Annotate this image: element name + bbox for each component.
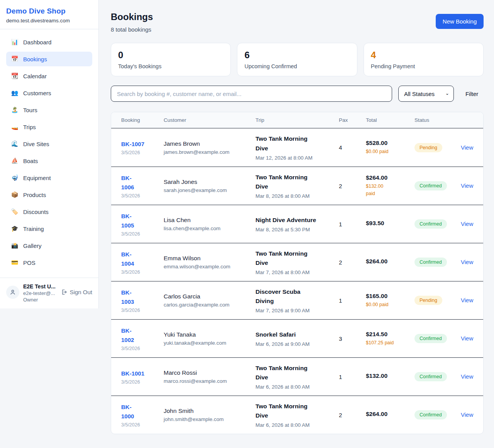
status-badge: Confirmed [414,410,447,419]
search-input[interactable] [111,86,392,102]
view-link[interactable]: View [461,373,473,380]
sidebar-item-tours[interactable]: 🏝️ Tours [6,103,92,117]
status-badge: Confirmed [414,334,447,343]
page-header: Bookings 8 total bookings New Booking [111,12,484,33]
view-link[interactable]: View [461,411,473,418]
total-amount: $93.50 [366,220,409,227]
view-link[interactable]: View [461,221,473,227]
col-header-status: Status [414,117,461,123]
view-link[interactable]: View [461,335,473,342]
sidebar-item-calendar[interactable]: 📆 Calendar [6,69,92,83]
pax-count: 1 [339,374,366,380]
trip-datetime: Mar 12, 2026 at 8:00 AM [255,155,333,161]
view-link[interactable]: View [461,297,473,303]
sidebar-item-dive-sites[interactable]: 🌊 Dive Sites [6,136,92,151]
trip-datetime: Mar 7, 2026 at 8:00 AM [255,269,333,275]
stat-value: 0 [118,50,223,61]
pax-count: 2 [339,412,366,418]
brand-domain: demo.test.divestreams.com [6,18,92,24]
trip-datetime: Mar 6, 2026 at 8:00 AM [255,422,333,428]
total-amount: $214.50 [366,331,409,338]
table-row: BK-1001 3/5/2026 Marco Rossi marco.rossi… [111,357,483,396]
sidebar-item-trips[interactable]: 🚤 Trips [6,120,92,134]
sign-out-button[interactable]: Sign Out [61,289,92,295]
sidebar-item-boats[interactable]: ⛵ Boats [6,153,92,168]
booking-number-link[interactable]: BK-1007 [121,140,144,149]
pax-count: 2 [339,259,366,266]
sidebar-item-customers[interactable]: 👥 Customers [6,86,92,100]
booking-number-link[interactable]: BK-1001 [121,369,144,378]
booking-date: 3/5/2026 [121,346,158,351]
sidebar-item-pos[interactable]: 💳 POS [6,255,92,270]
dashboard-icon: 📊 [11,39,19,45]
table-header-row: Booking Customer Trip Pax Total Status [111,112,483,128]
trip-name: Two Tank Morning Dive [255,249,333,268]
gallery-icon: 📸 [11,242,19,249]
pax-count: 3 [339,335,366,342]
stat-value: 4 [371,50,476,61]
booking-number-link[interactable]: BK- 1004 [121,250,134,268]
status-select[interactable]: All Statuses [398,86,454,102]
trip-name: Discover Scuba Diving [255,287,333,306]
customer-name: Sarah Jones [164,179,250,185]
trip-datetime: Mar 6, 2026 at 8:00 AM [255,384,333,390]
booking-number-link[interactable]: BK- 1005 [121,212,134,230]
filter-button[interactable]: Filter [460,88,484,99]
col-header-pax: Pax [339,117,366,123]
paid-amount: $0.00 paid [366,301,409,308]
customer-name: Carlos Garcia [164,293,250,300]
sidebar-item-bookings[interactable]: 📅 Bookings [6,52,92,66]
booking-number-link[interactable]: BK- 1002 [121,326,134,345]
view-link[interactable]: View [461,182,473,189]
status-badge: Confirmed [414,219,447,229]
tours-icon: 🏝️ [11,106,19,113]
view-link[interactable]: View [461,144,473,151]
sidebar-item-discounts[interactable]: 🏷️ Discounts [6,204,92,219]
sidebar-item-products[interactable]: 📦 Products [6,187,92,202]
filter-bar: All Statuses ⌄ Filter [111,86,484,102]
sidebar-item-gallery[interactable]: 📸 Gallery [6,238,92,253]
booking-date: 3/5/2026 [121,422,158,428]
stat-card-upcoming-confirmed: 6 Upcoming Confirmed [237,43,357,76]
customer-email: john.smith@example.com [164,416,250,422]
total-amount: $132.00 [366,372,409,379]
sidebar-item-training[interactable]: 🎓 Training [6,221,92,236]
user-icon [9,289,16,296]
customer-name: Lisa Chen [164,217,250,224]
stat-card-todays-bookings: 0 Today's Bookings [111,43,231,76]
discounts-icon: 🏷️ [11,208,19,215]
page-title: Bookings [111,12,153,22]
sidebar-item-equipment[interactable]: 🤿 Equipment [6,170,92,185]
customer-name: Marco Rossi [164,369,250,376]
products-icon: 📦 [11,191,19,198]
customer-name: John Smith [164,408,250,414]
new-booking-button[interactable]: New Booking [436,14,484,29]
view-link[interactable]: View [461,259,473,265]
sidebar-item-label: Products [23,192,46,198]
trip-datetime: Mar 8, 2026 at 8:00 AM [255,193,333,199]
booking-number-link[interactable]: BK- 1003 [121,288,134,307]
booking-number-link[interactable]: BK- 1006 [121,173,134,192]
pos-icon: 💳 [11,259,19,266]
calendar-icon: 📆 [11,72,19,79]
total-amount: $264.00 [366,258,409,265]
main-content: Bookings 8 total bookings New Booking 0 … [99,0,494,446]
table-row: BK- 1006 3/5/2026 Sarah Jones sarah.jone… [111,167,483,205]
booking-date: 3/5/2026 [121,193,158,199]
sidebar-item-label: Dashboard [23,39,51,45]
col-header-booking: Booking [121,117,164,123]
table-row: BK- 1002 3/5/2026 Yuki Tanaka yuki.tanak… [111,319,483,357]
sidebar-item-dashboard[interactable]: 📊 Dashboard [6,35,92,49]
trip-name: Two Tank Morning Dive [255,364,333,382]
sidebar-item-label: Tours [23,107,37,113]
sidebar-item-label: Discounts [23,209,49,215]
table-body: BK-1007 3/5/2026 James Brown james.brown… [111,128,483,434]
customer-name: James Brown [164,140,250,147]
booking-date: 3/5/2026 [121,269,158,275]
sidebar-item-label: Gallery [23,243,42,249]
booking-number-link[interactable]: BK- 1000 [121,403,134,421]
table-row: BK- 1003 3/5/2026 Carlos Garcia carlos.g… [111,281,483,319]
col-header-trip: Trip [255,117,339,123]
booking-date: 3/5/2026 [121,308,158,313]
table-row: BK- 1004 3/5/2026 Emma Wilson emma.wilso… [111,243,483,281]
